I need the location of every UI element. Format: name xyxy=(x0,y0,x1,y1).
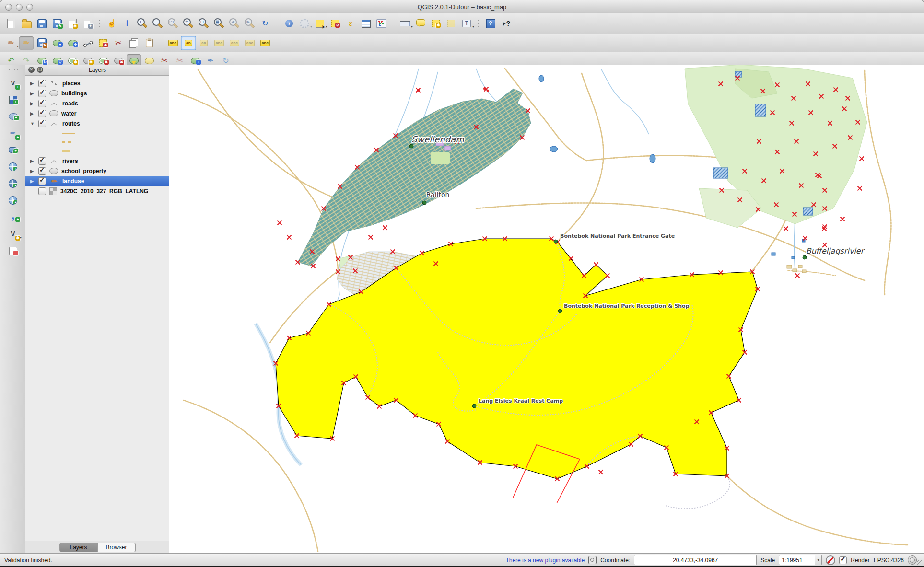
map-tips-button[interactable] xyxy=(413,17,428,30)
run-feature-action-button[interactable]: ▾ xyxy=(297,17,312,30)
add-wfs-layer-button[interactable]: V+ xyxy=(5,193,21,208)
refresh-map-button[interactable]: ↻ xyxy=(258,17,272,30)
chevron-down-icon[interactable]: ▼ xyxy=(815,555,821,565)
layer-visibility-checkbox[interactable] xyxy=(38,100,46,107)
expand-arrow-icon[interactable]: ▶ xyxy=(30,91,35,96)
resize-grip[interactable] xyxy=(917,560,923,566)
move-label-button[interactable]: abc xyxy=(227,36,242,50)
scale-combo[interactable]: 1:19951 ▼ xyxy=(779,555,822,565)
expand-arrow-icon[interactable]: ▶ xyxy=(30,179,35,184)
save-layer-edits-button[interactable]: ✎ xyxy=(35,36,49,50)
paste-features-button[interactable] xyxy=(142,36,156,50)
zoom-to-layer-button[interactable]: ▤ xyxy=(212,17,226,30)
measure-button[interactable]: ▾ xyxy=(398,17,412,30)
zoom-out-button[interactable]: − xyxy=(151,17,165,30)
zoom-to-selection-button[interactable]: ◻ xyxy=(197,17,211,30)
toggle-editing-button[interactable]: ✏ xyxy=(19,36,34,50)
current-edits-dropdown-icon[interactable]: ▾ xyxy=(17,44,19,48)
pin-labels-button[interactable]: ab xyxy=(181,36,196,50)
select-features-button[interactable]: ▾ xyxy=(313,17,327,30)
minimize-window-button[interactable] xyxy=(16,4,23,11)
layer-row-places[interactable]: ▶places xyxy=(25,78,169,88)
pan-to-selection-button[interactable]: ✛ xyxy=(120,17,134,30)
new-project-button[interactable] xyxy=(4,17,18,30)
run-feature-action-dropdown-icon[interactable]: ▾ xyxy=(310,24,312,29)
save-project-button[interactable] xyxy=(35,17,49,30)
layer-row-school_property[interactable]: ▶school_property xyxy=(25,166,169,176)
identify-features-button[interactable]: i xyxy=(282,17,296,30)
tab-layers[interactable]: Layers xyxy=(59,543,98,552)
text-annotation-dropdown-icon[interactable]: ▾ xyxy=(472,24,474,29)
add-feature-button[interactable]: ● xyxy=(50,36,64,50)
measure-dropdown-icon[interactable]: ▾ xyxy=(411,24,413,29)
zoom-next-button[interactable]: ▶ xyxy=(243,17,257,30)
expand-arrow-icon[interactable]: ▼ xyxy=(30,121,35,126)
crs-status-icon[interactable] xyxy=(908,555,917,565)
rotate-label-button[interactable]: abc xyxy=(243,36,257,50)
select-features-dropdown-icon[interactable]: ▾ xyxy=(326,24,327,29)
tab-browser[interactable]: Browser xyxy=(98,543,136,552)
layer-visibility-checkbox[interactable] xyxy=(38,80,46,87)
add-raster-layer-button[interactable]: + xyxy=(5,93,21,107)
layer-row-rivers[interactable]: ▶rivers xyxy=(25,156,169,166)
titlebar[interactable]: QGIS 2.0.1-Dufour – basic_map xyxy=(0,0,924,13)
panel-float-icon[interactable]: ❐ xyxy=(37,67,43,73)
save-project-as-button[interactable]: ✎ xyxy=(50,17,64,30)
zoom-in-button[interactable]: + xyxy=(135,17,150,30)
new-bookmark-button[interactable]: ✱ xyxy=(429,17,443,30)
node-tool-button[interactable] xyxy=(81,36,95,50)
zoom-native-button[interactable]: 1:1 xyxy=(166,17,180,30)
pan-map-button[interactable]: ☝ xyxy=(105,17,119,30)
layer-visibility-checkbox[interactable] xyxy=(38,120,46,127)
new-shapefile-layer-button[interactable]: V✱▾ xyxy=(5,227,21,241)
move-feature-button[interactable]: ✛ xyxy=(65,36,80,50)
layer-row-buildings[interactable]: ▶buildings xyxy=(25,88,169,98)
show-hide-labels-button[interactable]: abc xyxy=(212,36,226,50)
deselect-features-button[interactable]: ⊘ xyxy=(328,17,342,30)
layer-visibility-checkbox[interactable] xyxy=(38,157,46,165)
render-checkbox[interactable] xyxy=(839,556,847,564)
layer-row-routes[interactable]: ▼routes xyxy=(25,118,169,128)
add-vector-layer-button[interactable]: V+ xyxy=(5,76,21,90)
add-wcs-layer-button[interactable]: + xyxy=(5,176,21,191)
select-by-expression-button[interactable]: ε xyxy=(343,17,358,30)
expand-arrow-icon[interactable]: ▶ xyxy=(30,111,35,116)
layer-row-3420C_2010_327_RGB_LATLNG[interactable]: ▶3420C_2010_327_RGB_LATLNG xyxy=(25,186,169,196)
change-label-button[interactable]: abc xyxy=(258,36,272,50)
composer-manager-button[interactable]: ✦ xyxy=(81,17,95,30)
layers-panel-header[interactable]: ✕ ❐ Layers xyxy=(25,65,169,76)
remove-layer-button[interactable]: − xyxy=(5,243,21,258)
scale-lock-icon[interactable] xyxy=(826,555,835,565)
cut-features-button[interactable]: ✂ xyxy=(111,36,126,50)
add-wms-layer-button[interactable]: + xyxy=(5,160,21,174)
layer-visibility-checkbox[interactable] xyxy=(38,177,46,185)
add-mssql-layer-button[interactable]: + xyxy=(5,143,21,157)
panel-close-icon[interactable]: ✕ xyxy=(28,67,35,73)
plugin-icon[interactable] xyxy=(588,556,597,564)
expand-arrow-icon[interactable]: ▶ xyxy=(30,169,35,174)
layer-visibility-checkbox[interactable] xyxy=(38,90,46,97)
current-edits-button[interactable]: ✏▾ xyxy=(4,36,18,50)
field-calculator-button[interactable] xyxy=(374,17,388,30)
layer-visibility-checkbox[interactable] xyxy=(38,167,46,175)
coordinate-input[interactable] xyxy=(634,555,757,565)
add-delimited-text-layer-button[interactable]: ,+ xyxy=(5,210,21,224)
delete-selected-button[interactable]: ✖ xyxy=(96,36,110,50)
layer-row-water[interactable]: ▶water xyxy=(25,108,169,118)
layer-row-roads[interactable]: ▶roads xyxy=(25,98,169,108)
help-contents-button[interactable]: ? xyxy=(483,17,498,30)
expand-arrow-icon[interactable]: ▶ xyxy=(30,81,35,86)
new-shapefile-layer-dropdown-icon[interactable]: ▾ xyxy=(20,235,22,240)
close-window-button[interactable] xyxy=(5,4,12,11)
expand-arrow-icon[interactable]: ▶ xyxy=(30,159,35,163)
zoom-last-button[interactable]: ◀ xyxy=(227,17,242,30)
text-annotation-button[interactable]: T▾ xyxy=(459,17,474,30)
new-print-composer-button[interactable]: ✱ xyxy=(65,17,80,30)
whats-this-button[interactable]: ? xyxy=(499,17,513,30)
map-canvas[interactable]: SwellendamRailtonBontebok National Park … xyxy=(169,65,924,554)
layer-row-landuse[interactable]: ▶✏landuse xyxy=(25,176,169,186)
expand-arrow-icon[interactable]: ▶ xyxy=(30,101,35,106)
open-project-button[interactable] xyxy=(19,17,34,30)
layer-visibility-checkbox[interactable] xyxy=(38,187,46,195)
zoom-window-button[interactable] xyxy=(26,4,33,11)
